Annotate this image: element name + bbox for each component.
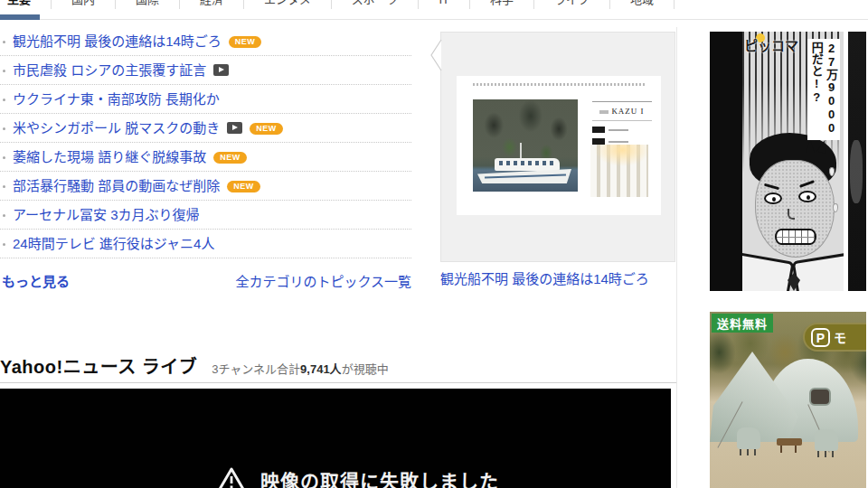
topics-list-panel: 観光船不明 最後の連絡は14時ごろNEW市民虐殺 ロシアの主張覆す証言ウクライナ…: [0, 27, 411, 290]
player-error-text: 映像の取得に失敗しました: [260, 466, 499, 488]
paypay-mall-logo: P モ: [803, 323, 866, 352]
topic-headline-link[interactable]: 市民虐殺 ロシアの主張覆す証言: [13, 62, 206, 78]
tab-地域[interactable]: 地域: [610, 0, 675, 9]
camp-table: [777, 438, 802, 446]
topic-row: 24時間テレビ 進行役はジャニ4人: [0, 230, 411, 258]
topic-headline-link[interactable]: 観光船不明 最後の連絡は14時ごろ: [13, 33, 222, 49]
tent-window: [809, 388, 831, 406]
new-badge: NEW: [213, 152, 247, 164]
manga-eye: [764, 192, 782, 204]
play-icon: [213, 64, 229, 76]
more-link[interactable]: もっと見る: [2, 271, 70, 290]
article-screenshot: KAZU I: [457, 76, 661, 215]
boat-cabin: [495, 158, 560, 171]
topic-headline-link[interactable]: 24時間テレビ 進行役はジャニ4人: [13, 236, 214, 251]
selected-tab-underline: [0, 14, 40, 20]
column-divider: [676, 27, 677, 488]
boat-info-block: KAZU I: [592, 101, 652, 145]
manga-right-panel: [848, 32, 866, 291]
free-shipping-badge: 送料無料: [712, 314, 773, 333]
topic-row: 観光船不明 最後の連絡は14時ごろNEW: [0, 27, 411, 56]
tab-経済[interactable]: 経済: [180, 0, 244, 9]
topic-headline-link[interactable]: 萎縮した現場 語り継ぐ脱線事故: [13, 149, 206, 164]
category-tab-bar: 主要国内国際経済エンタメスポーツIT科学ライフ地域: [0, 0, 868, 20]
topic-row: 米やシンガポール 脱マスクの動きNEW: [0, 114, 411, 143]
chevron-left-icon: [429, 38, 442, 72]
live-video-player[interactable]: 映像の取得に失敗しました: [0, 389, 671, 488]
yahoo-news-page: 主要国内国際経済エンタメスポーツIT科学ライフ地域 観光船不明 最後の連絡は14…: [0, 0, 868, 488]
topic-row: アーセナル冨安 3カ月ぶり復帰: [0, 201, 411, 230]
boat-interior-photo: [590, 145, 648, 197]
new-badge: NEW: [227, 181, 260, 192]
manga-gritted-teeth: [775, 229, 816, 245]
topics-footer: もっと見る 全カテゴリのトピックス一覧: [0, 258, 411, 290]
section-divider: [0, 382, 676, 383]
tab-主要[interactable]: 主要: [0, 0, 52, 9]
topic-row: 市民虐殺 ロシアの主張覆す証言: [0, 56, 411, 85]
live-viewer-count: 3チャンネル合計9,741人が視聴中: [212, 360, 388, 377]
boat-photo: [473, 99, 578, 192]
topic-headline-link[interactable]: 部活暴行騒動 部員の動画なぜ削除: [13, 178, 220, 193]
tab-国内[interactable]: 国内: [52, 0, 116, 9]
new-badge: NEW: [250, 123, 283, 135]
live-section-header: Yahoo!ニュース ライブ 3チャンネル合計9,741人が視聴中: [0, 352, 389, 379]
tab-スポーツ[interactable]: スポーツ: [332, 0, 420, 9]
topics-list: 観光船不明 最後の連絡は14時ごろNEW市民虐殺 ロシアの主張覆す証言ウクライナ…: [0, 27, 411, 258]
play-icon: [227, 122, 242, 134]
tab-エンタメ[interactable]: エンタメ: [244, 0, 332, 9]
topic-row: 萎縮した現場 語り継ぐ脱線事故NEW: [0, 143, 411, 172]
topic-row: ウクライナ東・南部攻防 長期化か: [0, 85, 411, 114]
paypay-p-icon: P: [811, 328, 830, 347]
category-tabs: 主要国内国際経済エンタメスポーツIT科学ライフ地域: [0, 0, 868, 9]
info-chip-row: [592, 127, 652, 133]
topic-preview-card[interactable]: KAZU I: [440, 32, 675, 262]
new-badge: NEW: [229, 36, 262, 48]
all-categories-link[interactable]: 全カテゴリのトピックス一覧: [235, 271, 411, 290]
topic-headline-link[interactable]: 米やシンガポール 脱マスクの動き: [13, 120, 220, 136]
manga-ad-banner[interactable]: ピッコマ 27万9000円だと!?: [710, 32, 866, 291]
manga-main-panel: ピッコマ 27万9000円だと!?: [742, 32, 844, 291]
info-chip-row: [592, 138, 652, 145]
tab-国際[interactable]: 国際: [116, 0, 180, 9]
player-error-message: 映像の取得に失敗しました: [217, 466, 499, 488]
topic-headline-link[interactable]: ウクライナ東・南部攻防 長期化か: [13, 91, 220, 107]
screenshot-caption-line: [473, 83, 645, 86]
boat-mast: [520, 143, 522, 159]
tab-ライフ[interactable]: ライフ: [534, 0, 610, 9]
camp-chair: [737, 427, 760, 449]
camp-chair: [815, 429, 838, 451]
boat-name: KAZU I: [592, 107, 652, 116]
manga-eye: [798, 191, 816, 202]
piccoma-logo: ピッコマ: [744, 35, 798, 54]
topic-headline-link[interactable]: アーセナル冨安 3カ月ぶり復帰: [13, 207, 200, 222]
tab-IT[interactable]: IT: [419, 0, 470, 9]
shopping-ad-banner[interactable]: 送料無料 P モ: [710, 312, 866, 488]
tab-科学[interactable]: 科学: [470, 0, 534, 9]
manga-left-panel: [710, 32, 742, 291]
manga-speech-text: 27万9000円だと!?: [807, 39, 841, 140]
warning-icon: [217, 466, 246, 488]
preview-caption-link[interactable]: 観光船不明 最後の連絡は14時ごろ: [440, 268, 684, 287]
topic-row: 部活暴行騒動 部員の動画なぜ削除NEW: [0, 172, 411, 201]
sweat-drop: [833, 203, 838, 212]
live-section-title: Yahoo!ニュース ライブ: [0, 352, 197, 379]
